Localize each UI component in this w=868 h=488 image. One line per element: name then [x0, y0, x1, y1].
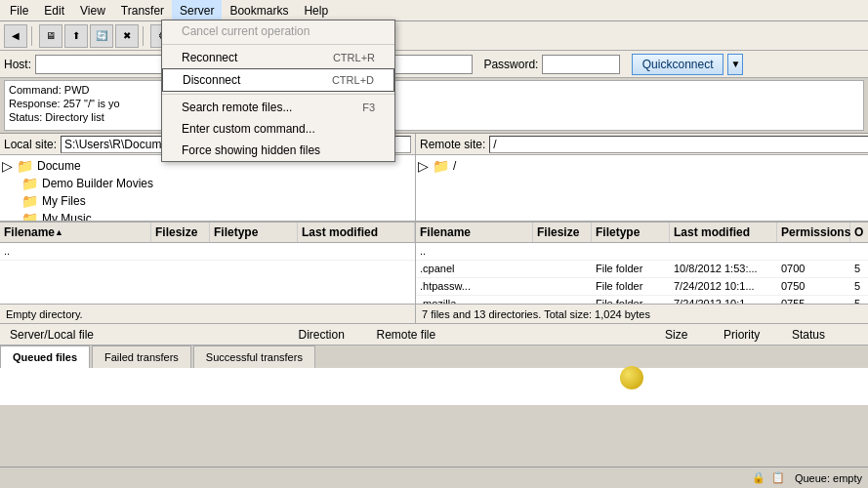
tree-item-myfiles[interactable]: 📁 My Files — [2, 192, 413, 210]
transfer-col-priority: Priority — [718, 328, 786, 342]
right-status: 7 files and 13 directories. Total size: … — [416, 304, 868, 323]
menu-disconnect-label: Disconnect — [183, 73, 240, 87]
menu-sep-1 — [162, 44, 394, 45]
left-col-modified[interactable]: Last modified — [298, 223, 415, 242]
response-label: Response: — [9, 98, 61, 109]
menu-reconnect-label: Reconnect — [182, 51, 237, 64]
right-file-row-cpanel[interactable]: .cpanel File folder 10/8/2012 1:53:... 0… — [416, 261, 868, 278]
folder-icon: 📁 — [21, 193, 38, 209]
main-area: Local site: ▷ 📁 Docume 📁 Demo Builder Mo… — [0, 133, 868, 323]
menu-search-remote[interactable]: Search remote files... F3 — [162, 97, 394, 118]
local-site-label: Local site: — [4, 138, 57, 151]
right-col-permissions[interactable]: Permissions — [777, 223, 850, 242]
menu-disconnect-shortcut: CTRL+D — [332, 74, 374, 86]
toolbar-btn-4[interactable]: 🔄 — [90, 24, 113, 48]
right-cell-name: .cpanel — [416, 263, 533, 274]
toolbar-btn-1[interactable]: ◀ — [4, 24, 27, 48]
command-row: Command: PWD — [9, 83, 859, 97]
status-area: Command: PWD Response: 257 "/" is yo Sta… — [4, 80, 864, 131]
menu-sep-2 — [162, 94, 394, 95]
tree-item-label: My Music — [42, 212, 92, 222]
toolbar-sep-2 — [143, 26, 146, 46]
server-dropdown-menu: Cancel current operation Reconnect CTRL+… — [161, 20, 395, 162]
quickconnect-dropdown[interactable]: ▼ — [727, 54, 743, 75]
tree-item-demo[interactable]: 📁 Demo Builder Movies — [2, 175, 413, 192]
tab-successful-transfers[interactable]: Successful transfers — [193, 346, 315, 368]
right-cell-name: .. — [416, 245, 533, 257]
menu-disconnect[interactable]: Disconnect CTRL+D — [162, 68, 394, 92]
bottom-icon-1: 🔒 — [752, 471, 765, 484]
password-input[interactable] — [542, 55, 620, 74]
tree-item-mymusic[interactable]: 📁 My Music — [2, 210, 413, 222]
menu-view[interactable]: View — [72, 0, 113, 20]
menu-cancel-operation[interactable]: Cancel current operation — [162, 20, 394, 42]
password-label: Password: — [483, 58, 538, 71]
tree-item-label: My Files — [42, 194, 86, 208]
transfer-col-server: Server/Local file — [4, 328, 293, 342]
menu-server[interactable]: Server — [172, 0, 222, 20]
right-col-filetype[interactable]: Filetype — [592, 223, 670, 242]
menu-transfer[interactable]: Transfer — [113, 0, 172, 20]
right-file-row-dotdot[interactable]: .. — [416, 243, 868, 261]
local-tree[interactable]: ▷ 📁 Docume 📁 Demo Builder Movies 📁 My Fi… — [0, 155, 415, 222]
menu-edit[interactable]: Edit — [36, 0, 72, 20]
right-file-list[interactable]: .. .cpanel File folder 10/8/2012 1:53:..… — [416, 243, 868, 305]
left-status: Empty directory. — [0, 304, 415, 323]
tab-queued-files[interactable]: Queued files — [0, 346, 90, 368]
transfer-bar: Server/Local file Direction Remote file … — [0, 323, 868, 345]
menu-file[interactable]: File — [2, 0, 36, 20]
queue-tabs: Queued files Failed transfers Successful… — [0, 345, 868, 368]
right-cell-type: File folder — [592, 280, 670, 292]
remote-tree-item-label: / — [453, 159, 456, 173]
toolbar-btn-5[interactable]: ✖ — [115, 24, 139, 48]
menu-reconnect-shortcut: CTRL+R — [333, 52, 375, 63]
left-file-header: Filename ▲ Filesize Filetype Last modifi… — [0, 222, 415, 243]
toolbar-btn-3[interactable]: ⬆ — [64, 24, 88, 48]
status-row: Status: Directory list — [9, 110, 859, 124]
right-cell-name: .htpassw... — [416, 280, 533, 292]
menu-bar: File Edit View Transfer Server Bookmarks… — [0, 0, 868, 21]
right-file-row-mozilla[interactable]: .mozilla File folder 7/24/2012 10:1... 0… — [416, 296, 868, 305]
queue-content — [0, 368, 868, 405]
tab-failed-transfers[interactable]: Failed transfers — [92, 346, 191, 368]
menu-search-remote-shortcut: F3 — [362, 102, 375, 113]
remote-site-input[interactable] — [489, 136, 868, 153]
command-label: Command: — [9, 84, 62, 96]
right-pane: Remote site: ▷ 📁 / Filename Filesize Fil… — [416, 134, 868, 323]
remote-tree[interactable]: ▷ 📁 / — [416, 155, 868, 222]
folder-icon: 📁 — [21, 176, 38, 191]
left-cell-name: .. — [0, 245, 151, 257]
right-cell-owner: 5 — [850, 280, 868, 292]
status-label: Status: — [9, 111, 42, 123]
right-cell-perms: 0750 — [777, 280, 850, 292]
host-label: Host: — [4, 58, 31, 71]
command-value: PWD — [64, 84, 90, 96]
left-file-list[interactable]: .. — [0, 243, 415, 305]
menu-bookmarks[interactable]: Bookmarks — [222, 0, 296, 20]
response-row: Response: 257 "/" is yo — [9, 97, 859, 110]
left-col-filename[interactable]: Filename ▲ — [0, 223, 151, 242]
expand-icon: ▷ — [418, 158, 429, 174]
right-file-row-htpassw[interactable]: .htpassw... File folder 7/24/2012 10:1..… — [416, 278, 868, 296]
toolbar-btn-2[interactable]: 🖥 — [39, 24, 62, 48]
quickconnect-button[interactable]: Quickconnect — [632, 54, 724, 75]
folder-icon: 📁 — [17, 158, 33, 174]
menu-reconnect[interactable]: Reconnect CTRL+R — [162, 47, 394, 68]
menu-force-hidden[interactable]: Force showing hidden files — [162, 140, 394, 161]
tree-item-label: Demo Builder Movies — [42, 177, 153, 190]
left-col-filetype[interactable]: Filetype — [210, 223, 298, 242]
right-col-filename[interactable]: Filename — [416, 223, 533, 242]
left-file-row[interactable]: .. — [0, 243, 415, 261]
right-col-owner[interactable]: O — [850, 223, 868, 242]
toolbar: ◀ 🖥 ⬆ 🔄 ✖ ⚙ — [0, 21, 868, 51]
menu-help[interactable]: Help — [296, 0, 336, 20]
queue-animation-ball — [620, 366, 643, 389]
left-col-filesize[interactable]: Filesize — [151, 223, 210, 242]
menu-custom-command[interactable]: Enter custom command... — [162, 118, 394, 140]
right-col-modified[interactable]: Last modified — [670, 223, 777, 242]
menu-search-remote-label: Search remote files... — [182, 101, 292, 114]
right-col-filesize[interactable]: Filesize — [533, 223, 592, 242]
status-value: Directory list — [45, 111, 104, 123]
folder-icon: 📁 — [433, 158, 449, 174]
remote-tree-item-root[interactable]: ▷ 📁 / — [418, 157, 868, 175]
